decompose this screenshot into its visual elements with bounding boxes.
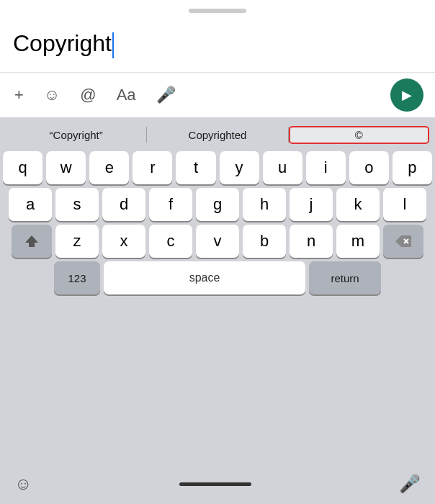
typed-text: Copyright [13, 30, 112, 56]
key-t[interactable]: t [176, 151, 215, 184]
key-h[interactable]: h [243, 188, 286, 221]
key-row-3: z x c v b n m [3, 225, 432, 258]
key-p[interactable]: p [393, 151, 432, 184]
shift-key[interactable] [12, 225, 52, 258]
key-v[interactable]: v [196, 225, 239, 258]
bottom-bar: ☺ 🎤 [0, 468, 435, 504]
key-f[interactable]: f [149, 188, 192, 221]
key-g[interactable]: g [196, 188, 239, 221]
home-indicator [179, 482, 251, 486]
key-i[interactable]: i [306, 151, 346, 184]
key-c[interactable]: c [149, 225, 192, 258]
key-k[interactable]: k [336, 188, 380, 221]
key-l[interactable]: l [383, 188, 426, 221]
suggestions-bar: “Copyright” Copyrighted © [3, 122, 432, 148]
send-icon: ▶ [402, 87, 412, 103]
backspace-key[interactable] [383, 225, 423, 258]
key-x[interactable]: x [102, 225, 145, 258]
key-row-2: a s d f g h j k l [3, 188, 432, 221]
key-r[interactable]: r [133, 151, 172, 184]
home-indicator-container [32, 482, 399, 486]
suggestion-copyright-symbol[interactable]: © [289, 126, 429, 144]
text-input-display: Copyright [13, 30, 114, 58]
mic-button[interactable]: 🎤 [153, 84, 179, 106]
key-b[interactable]: b [243, 225, 286, 258]
status-pill [189, 9, 246, 13]
key-y[interactable]: y [220, 151, 259, 184]
space-key[interactable]: space [104, 261, 305, 294]
key-row-4: 123 space return [3, 261, 432, 294]
svg-marker-0 [25, 235, 38, 247]
mic-icon[interactable]: 🎤 [399, 474, 421, 494]
key-j[interactable]: j [290, 188, 333, 221]
key-d[interactable]: d [102, 188, 145, 221]
suggestion-copyright-quoted[interactable]: “Copyright” [6, 126, 146, 144]
at-button[interactable]: @ [77, 84, 99, 106]
key-a[interactable]: a [9, 188, 52, 221]
return-key[interactable]: return [309, 261, 381, 294]
key-z[interactable]: z [55, 225, 99, 258]
key-n[interactable]: n [290, 225, 333, 258]
backspace-icon [395, 235, 412, 248]
shift-icon [24, 233, 40, 249]
key-e[interactable]: e [89, 151, 129, 184]
key-row-1: q w e r t y u i o p [3, 151, 432, 184]
send-button[interactable]: ▶ [390, 78, 423, 112]
plus-button[interactable]: + [12, 84, 27, 106]
key-m[interactable]: m [336, 225, 380, 258]
status-bar [0, 0, 435, 22]
text-cursor [112, 32, 114, 58]
font-button[interactable]: Aa [114, 84, 139, 106]
key-q[interactable]: q [3, 151, 42, 184]
key-s[interactable]: s [55, 188, 99, 221]
key-o[interactable]: o [349, 151, 389, 184]
emoji-icon[interactable]: ☺ [14, 474, 32, 494]
toolbar: + ☺ @ Aa 🎤 ▶ [0, 72, 435, 117]
emoji-button[interactable]: ☺ [41, 84, 63, 106]
key-w[interactable]: w [46, 151, 86, 184]
numbers-key[interactable]: 123 [54, 261, 100, 294]
text-area[interactable]: Copyright [0, 22, 435, 72]
key-u[interactable]: u [263, 151, 302, 184]
keyboard: “Copyright” Copyrighted © q w e r t y u … [0, 117, 435, 468]
suggestion-copyrighted[interactable]: Copyrighted [147, 126, 287, 144]
